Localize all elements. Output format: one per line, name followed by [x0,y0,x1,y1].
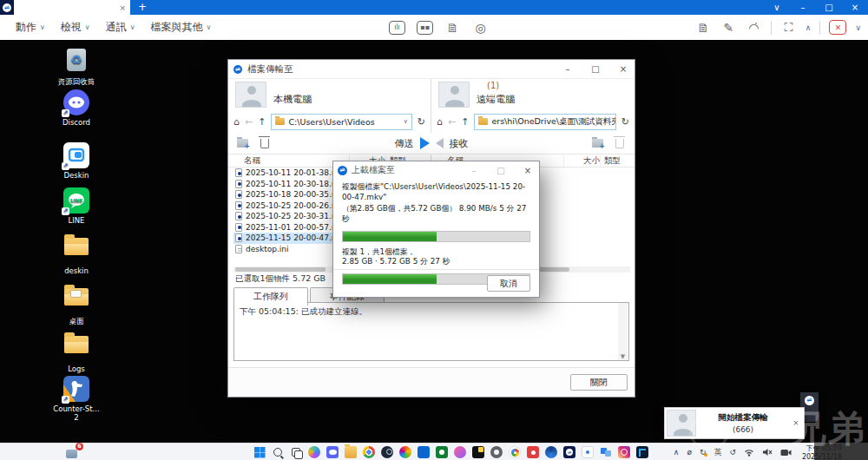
desktop-icon-line[interactable]: LINE ↗ LINE [52,187,101,225]
send-arrow-icon[interactable] [420,137,430,149]
chevron-down-icon[interactable]: ∨ [404,118,408,125]
tray-collapse-icon[interactable]: ∧ [674,448,680,457]
teamviewer-icon: ⇌ [233,65,242,74]
photoshop-icon[interactable] [636,446,648,458]
column-name[interactable]: 名稱 [228,155,349,167]
tab-job-queue[interactable]: 工作隊列 [233,287,308,306]
back-icon[interactable]: ← [448,116,456,128]
maximize-button[interactable]: □ [490,166,512,175]
desktop-icon-recycle-bin[interactable]: ♻ 資源回收筒 [52,47,101,88]
session-tab[interactable]: × [14,0,130,15]
file-explorer-icon[interactable] [345,446,357,458]
close-button[interactable]: × [842,0,868,15]
app-navy-icon[interactable] [545,446,557,458]
camera-icon[interactable] [780,449,792,457]
maximize-button[interactable]: □ [584,64,607,74]
delete-button-remote[interactable] [615,139,624,148]
photos-icon[interactable] [399,446,411,458]
google-icon[interactable] [509,446,521,458]
end-session-icon[interactable]: ✕ [829,20,846,35]
titlebar-chevron[interactable]: ∨ [764,0,790,15]
desktop-icon-deskin-folder[interactable]: deskin [52,233,101,275]
fullscreen-icon[interactable]: ⛶ [780,21,797,35]
power-session-icon[interactable]: ◎ [472,21,489,35]
up-icon[interactable]: ↑ [461,116,469,128]
app-pink-icon[interactable] [454,446,466,458]
task-view-icon[interactable] [290,446,302,458]
menu-files-extras[interactable]: 檔案與其他∨ [151,20,212,35]
close-button[interactable]: × [612,64,635,74]
minimize-button[interactable]: – [790,0,816,15]
column-size[interactable]: 大小 [563,155,600,167]
menu-actions[interactable]: 動作∨ [16,20,45,35]
discord-taskbar-icon[interactable] [326,446,339,458]
app-green-icon[interactable] [436,446,448,458]
capcut-icon[interactable] [472,446,484,458]
start-button[interactable] [253,446,266,458]
stats-icon[interactable]: ılı [389,21,405,35]
desktop-icon-counter-strike-2[interactable]: ↗ Counter-St... 2 [52,376,101,422]
new-tab-button[interactable]: + [130,0,155,15]
column-type[interactable]: 類型 [600,155,635,167]
taskbar-tray-app[interactable]: 6 [66,445,82,459]
cancel-button[interactable]: 取消 [487,275,530,292]
receive-arrow-icon[interactable] [436,138,444,148]
sync-icon[interactable]: ↻ [700,448,707,457]
menu-view[interactable]: 檢視∨ [61,20,90,35]
desktop-icon-discord[interactable]: ↗ Discord [52,89,101,127]
minimize-button[interactable]: – [556,64,579,74]
delete-button[interactable] [260,139,269,148]
refresh-icon[interactable]: ↻ [621,116,629,128]
remote-cast-icon[interactable]: ◠̇ [746,21,762,35]
tab-close-icon[interactable]: × [119,3,126,12]
home-icon[interactable]: ⌂ [233,116,240,128]
desktop-icon-logs-folder[interactable]: Logs [52,331,101,373]
desktop-icon-deskin[interactable]: ↗ Deskin [52,142,101,180]
wifi-icon[interactable] [744,448,754,457]
chrome-icon[interactable] [363,446,375,458]
close-button[interactable]: × [516,166,539,175]
teamviewer-logo-icon: ⇌ [0,0,14,15]
back-icon[interactable]: ← [245,116,253,128]
monitor-icon[interactable]: ▪▪ [417,21,433,35]
minimize-button[interactable]: – [463,166,485,175]
home-icon[interactable]: ⌂ [437,116,443,128]
receive-label[interactable]: 接收 [450,137,469,150]
volume-muted-icon[interactable] [762,448,773,457]
log-scrollbar[interactable]: ▼ [618,303,628,360]
local-path-input[interactable]: C:\Users\User\Videos ∨ [271,114,411,130]
search-icon[interactable] [273,448,282,457]
file-transfer-notification[interactable]: 開始檔案傳輸 (666) × [664,407,805,439]
app-white-icon[interactable] [582,446,594,458]
new-folder-button-remote[interactable] [592,139,603,148]
file-transfer-titlebar[interactable]: ⇌ 檔案傳輸至 – □ × [228,60,635,79]
instagram-icon[interactable] [618,446,630,458]
monitors-app-icon[interactable] [600,446,612,458]
file-transfer-icon[interactable]: 🗎 [444,21,461,35]
notification-close-icon[interactable]: × [790,410,802,437]
new-folder-button[interactable] [237,139,248,148]
settings-gear-icon[interactable] [490,446,503,458]
app-blue-icon[interactable] [418,446,430,458]
refresh-icon[interactable]: ↻ [418,116,425,128]
folder-icon [478,118,488,125]
remote-path-input[interactable]: ers\hi\OneDrive\桌面\測試資料夾 ∨ [474,114,615,130]
files-icon[interactable]: 🗎 [695,21,712,35]
collapse-icon[interactable]: ∧ [806,23,812,32]
copilot-icon[interactable] [308,446,320,458]
menu-communicate[interactable]: 通訊∨ [106,20,135,35]
hidden-eye-icon[interactable]: ø [687,448,692,457]
undo-arrow-icon[interactable]: ↺ [729,448,736,457]
upload-dialog-titlebar[interactable]: ⇌ 上載檔案至 – □ × [333,161,539,179]
up-icon[interactable]: ↑ [258,116,266,128]
maximize-button[interactable]: □ [816,0,842,15]
close-transfer-button[interactable]: 關閉 [570,374,628,391]
ime-indicator[interactable]: 英 [713,447,721,458]
desktop-icon-desktop-folder[interactable]: 桌面 [52,283,101,327]
send-label[interactable]: 傳送 [395,137,414,150]
steam-icon[interactable] [381,446,393,458]
app-red-icon[interactable] [527,446,539,458]
whiteboard-icon[interactable]: ✎ [720,21,737,35]
expand-icon[interactable]: ∨ [855,23,861,32]
teamviewer-taskbar-icon[interactable]: ⇌ [563,446,575,458]
